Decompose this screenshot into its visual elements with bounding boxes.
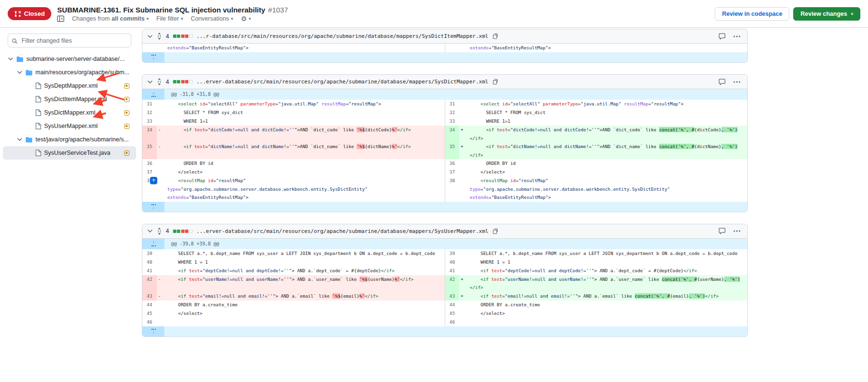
expand-down-button[interactable]: ↓ — [142, 202, 164, 212]
diff-panel-2: 4...erver-database/src/main/resources/or… — [142, 74, 748, 212]
collapse-diff-button[interactable] — [147, 228, 153, 234]
sidebar-toggle-icon — [57, 15, 64, 22]
line-number[interactable]: 44 — [445, 301, 459, 309]
tree-file-sysusermapper-xml[interactable]: SysUserMapper.xml — [3, 119, 136, 133]
tree-file-sysdeptmapper-xml[interactable]: SysDeptMapper.xml — [3, 79, 136, 93]
expand-up-icon: ↑ — [151, 241, 156, 247]
code-line: </select> — [164, 168, 445, 176]
code-line: SELECT * FROM sys_dict — [467, 108, 747, 117]
expand-hunk-button[interactable]: ↑ — [142, 239, 164, 249]
drag-handle[interactable] — [157, 33, 162, 40]
line-number[interactable]: 43 — [445, 292, 459, 301]
tree-file-sysdictmapper-xml[interactable]: SysDictMapper.xml — [3, 106, 136, 119]
line-number[interactable]: 45 — [445, 309, 459, 318]
expand-down-button[interactable]: ↓ — [142, 52, 164, 62]
line-number[interactable]: 38 — [445, 176, 459, 202]
line-number[interactable]: 33 — [142, 117, 157, 126]
diff-sign — [157, 301, 164, 309]
line-number[interactable]: 39 — [142, 249, 157, 258]
conversations-dropdown[interactable]: Conversations ▾ — [191, 15, 233, 22]
diff-panel-3: 4...erver-database/src/main/resources/or… — [142, 224, 748, 337]
line-number[interactable]: 38+ — [142, 176, 157, 202]
drag-handle[interactable] — [157, 228, 162, 235]
line-number[interactable]: 31 — [142, 100, 157, 108]
line-number[interactable]: 32 — [142, 108, 157, 117]
copy-path-button[interactable] — [492, 33, 498, 39]
line-number[interactable] — [142, 44, 157, 52]
diff-sign — [459, 159, 467, 168]
line-number[interactable]: 34 — [445, 126, 459, 142]
search-icon — [12, 37, 18, 46]
code-line: <if test="userName!=null and userName!='… — [467, 275, 747, 292]
comment-button[interactable] — [718, 79, 726, 85]
line-number[interactable]: 41 — [142, 266, 157, 275]
modified-icon — [124, 97, 129, 102]
filter-changed-files-input[interactable] — [8, 34, 131, 47]
tree-folder-main-resources-org-apache-subm-[interactable]: main/resources/org/apache/subm... — [3, 66, 136, 79]
line-number[interactable]: 44 — [142, 301, 157, 309]
review-changes-button[interactable]: Review changes ▾ — [793, 7, 860, 21]
add-comment-button[interactable]: + — [150, 177, 157, 184]
chevron-down-icon: ▾ — [181, 16, 183, 21]
diff-row: 46 46 — [142, 318, 747, 326]
line-number[interactable]: 39 — [445, 249, 459, 258]
toggle-file-tree-button[interactable] — [57, 15, 64, 22]
diff-sign — [459, 258, 467, 266]
tree-folder-submarine-server-server-database-[interactable]: submarine-server/server-database/... — [3, 52, 136, 66]
tree-file-sysuserservicetest-java[interactable]: SysUserServiceTest.java — [3, 146, 136, 160]
copy-icon — [492, 228, 498, 234]
line-number[interactable]: 37 — [445, 168, 459, 176]
file-options-button[interactable] — [733, 81, 741, 83]
comment-button[interactable] — [718, 228, 726, 234]
tree-file-sysdictitemmapper-xml[interactable]: SysDictItemMapper.xml — [3, 93, 136, 106]
diff-row: 39 SELECT a.*, b.dept_name FROM sys_user… — [142, 249, 747, 258]
line-number[interactable]: 42 — [142, 275, 157, 292]
line-number[interactable]: 42 — [445, 275, 459, 292]
diff-sign — [459, 301, 467, 309]
copy-path-button[interactable] — [492, 79, 498, 85]
chevron-down-icon: ▾ — [147, 16, 149, 21]
code-line: WHERE 1 = 1 — [164, 258, 445, 266]
code-line: <resultMap id="resultMap" type="org.apac… — [467, 176, 747, 202]
file-filter-dropdown[interactable]: File filter ▾ — [156, 15, 183, 22]
tree-folder-test-java-org-apache-submarine-s-[interactable]: test/java/org/apache/submarine/s... — [3, 133, 136, 146]
line-number[interactable]: 46 — [142, 318, 157, 326]
line-number[interactable]: 46 — [445, 318, 459, 326]
expand-hunk-button[interactable]: ↑ — [142, 89, 164, 100]
line-number[interactable]: 36 — [445, 159, 459, 168]
diff-settings-dropdown[interactable]: ⚙ ▾ — [241, 15, 251, 22]
line-number[interactable]: 35 — [142, 142, 157, 159]
diff-sign — [157, 258, 164, 266]
line-number[interactable]: 40 — [142, 258, 157, 266]
comment-button[interactable] — [718, 33, 726, 40]
line-number[interactable]: 37 — [142, 168, 157, 176]
line-number[interactable]: 45 — [142, 309, 157, 318]
review-in-codespace-button[interactable]: Review in codespace — [715, 7, 789, 21]
drag-handle[interactable] — [157, 78, 162, 85]
diff-row: 31 <select id="selectAll" parameterType=… — [142, 100, 747, 108]
expand-down-icon: ↓ — [151, 204, 156, 210]
code-line: <if test="deptCode!=null and deptCode!='… — [467, 266, 747, 275]
file-options-button[interactable] — [733, 35, 741, 37]
line-number[interactable]: 40 — [445, 258, 459, 266]
collapse-diff-button[interactable] — [147, 79, 153, 85]
collapse-diff-button[interactable] — [147, 34, 153, 39]
copy-path-button[interactable] — [492, 228, 498, 234]
line-number[interactable]: 34 — [142, 126, 157, 142]
line-number[interactable]: 33 — [445, 117, 459, 126]
line-number[interactable]: 32 — [445, 108, 459, 117]
line-number[interactable] — [445, 44, 459, 52]
line-number[interactable]: 35 — [445, 142, 459, 159]
diff-file-header: 4...erver-database/src/main/resources/or… — [142, 224, 747, 239]
hunk-row: ↑@@ -31,8 +31,8 @@ — [142, 89, 747, 100]
file-icon — [35, 150, 41, 156]
file-options-button[interactable] — [733, 230, 741, 232]
changes-from-dropdown[interactable]: Changes from all commits ▾ — [72, 15, 149, 22]
expand-down-button[interactable]: ↓ — [142, 326, 164, 336]
diff-sign — [459, 100, 467, 108]
line-number[interactable]: 41 — [445, 266, 459, 275]
line-number[interactable]: 43 — [142, 292, 157, 301]
chevron-down-icon: ▾ — [249, 16, 251, 21]
line-number[interactable]: 36 — [142, 159, 157, 168]
line-number[interactable]: 31 — [445, 100, 459, 108]
